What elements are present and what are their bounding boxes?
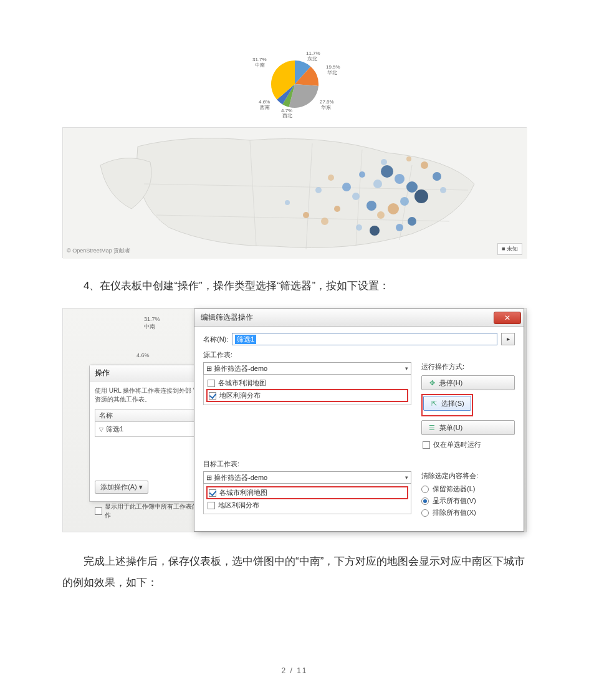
show-all-label: 显示用于此工作簿中所有工作表的操作 xyxy=(105,502,207,520)
src-item-label: 地区利润分布 xyxy=(219,391,261,400)
hover-icon: ✥ xyxy=(428,379,436,387)
svg-point-19 xyxy=(433,172,441,181)
clear-selection-label: 清除选定内容将会: xyxy=(421,471,515,481)
svg-point-21 xyxy=(328,175,334,181)
src-item-citymap[interactable]: 各城市利润地图 xyxy=(206,377,408,389)
pie-label-huadong-pct: 27.8% xyxy=(320,99,334,105)
run-hover-label: 悬停(H) xyxy=(439,378,462,388)
run-select-label: 选择(S) xyxy=(441,399,464,408)
svg-point-7 xyxy=(388,203,399,214)
result-text: 完成上述操作后，保存仪表板，选中饼图中的“中南”，下方对应的地图会显示对应中南区… xyxy=(62,551,527,593)
step-4-text: 4、在仪表板中创建“操作”，操作类型选择“筛选器”，按如下设置： xyxy=(62,276,527,297)
chevron-down-icon: ▾ xyxy=(405,474,408,481)
page-sep: / xyxy=(290,666,293,675)
run-select-button[interactable]: ⇱ 选择(S) xyxy=(423,396,471,411)
svg-point-22 xyxy=(315,187,322,193)
name-dropdown-button[interactable]: ▸ xyxy=(501,333,515,345)
svg-point-15 xyxy=(396,224,403,231)
pie-label-dongbei-pct: 11.7% xyxy=(306,50,320,56)
target-sheets-label: 目标工作表: xyxy=(203,459,515,469)
radio-keep-label: 保留筛选器(L) xyxy=(433,484,475,494)
svg-point-6 xyxy=(400,197,409,206)
run-hover-button[interactable]: ✥ 悬停(H) xyxy=(421,375,515,390)
page-footer: 2 / 11 xyxy=(0,666,589,675)
map-attribution: © OpenStreetMap 贡献者 xyxy=(67,247,130,255)
svg-point-27 xyxy=(406,156,411,161)
actions-list-item[interactable]: ▽筛选1 选 xyxy=(95,422,207,437)
run-action-label: 运行操作方式: xyxy=(421,362,515,372)
radio[interactable] xyxy=(421,486,429,493)
bg-pie-pct: 31.7% xyxy=(144,316,160,322)
edit-filter-dialog: 编辑筛选器操作 ✕ 名称(N): 筛选1 ▸ 源工作表: ⊞ 操作筛选器-dem… xyxy=(194,309,524,532)
dialog-title: 编辑筛选器操作 xyxy=(201,312,253,323)
pie-label-xinan: 西南 xyxy=(260,105,270,110)
svg-point-18 xyxy=(421,161,428,169)
checkbox[interactable] xyxy=(208,380,215,387)
pie-label-dongbei: 东北 xyxy=(307,56,317,62)
select-icon: ⇱ xyxy=(430,400,438,408)
svg-point-11 xyxy=(342,183,351,191)
svg-point-3 xyxy=(373,180,382,188)
svg-point-12 xyxy=(334,206,340,212)
radio[interactable] xyxy=(421,509,429,517)
checkbox-checked[interactable] xyxy=(209,392,216,400)
menu-icon: ☰ xyxy=(428,424,436,432)
run-menu-label: 菜单(U) xyxy=(439,423,462,433)
pie-chart: 11.7% 东北 19.5% 华北 27.8% 华东 4.7% 西北 4.6% … xyxy=(62,50,527,121)
radio-exclude[interactable]: 排除所有值(X) xyxy=(421,507,515,519)
actions-list-header: 名称 xyxy=(95,409,207,422)
tgt-item-label: 地区利润分布 xyxy=(218,501,259,510)
svg-point-16 xyxy=(370,226,380,236)
single-select-label: 仅在单选时运行 xyxy=(433,440,481,449)
source-sheet-list: 各城市利润地图 地区利润分布 xyxy=(203,375,411,405)
actions-hint: 使用 URL 操作将工作表连接到外部 Web 资源的其他工作表。 xyxy=(95,386,207,404)
radio-show-label: 显示所有值(V) xyxy=(433,496,476,506)
page-total: 11 xyxy=(297,666,307,675)
svg-point-4 xyxy=(406,181,418,193)
dialog-screenshot: 31.7% 中南 4.6% 操作 使用 URL 操作将工作表连接到外部 Web … xyxy=(62,308,527,532)
radio-show-all[interactable]: 显示所有值(V) xyxy=(421,495,515,507)
svg-point-25 xyxy=(359,171,365,178)
china-map: © OpenStreetMap 贡献者 ■ 未知 xyxy=(62,127,527,258)
svg-point-26 xyxy=(381,159,387,165)
pie-label-xinan-pct: 4.6% xyxy=(259,99,270,105)
source-combo-value: ⊞ 操作筛选器-demo xyxy=(206,364,267,373)
filter-icon: ▽ xyxy=(99,426,103,433)
add-action-button[interactable]: 添加操作(A) ▾ xyxy=(95,481,148,494)
radio-exclude-label: 排除所有值(X) xyxy=(433,508,476,517)
pie-label-huadong: 华东 xyxy=(321,105,331,110)
svg-point-17 xyxy=(356,224,362,231)
pie-label-zhongnan-pct: 31.7% xyxy=(252,57,267,62)
single-select-checkbox[interactable] xyxy=(423,441,430,449)
checkbox-checked[interactable] xyxy=(209,489,216,497)
src-item-region[interactable]: 地区利润分布 xyxy=(206,389,408,402)
svg-point-5 xyxy=(414,189,428,203)
svg-point-9 xyxy=(366,201,376,211)
svg-point-1 xyxy=(381,165,393,178)
name-input[interactable]: 筛选1 xyxy=(232,333,497,345)
tgt-item-region[interactable]: 地区利润分布 xyxy=(206,499,408,511)
checkbox[interactable] xyxy=(208,502,215,509)
close-button[interactable]: ✕ xyxy=(494,312,521,324)
src-item-label: 各城市利润地图 xyxy=(218,378,266,388)
tgt-item-label: 各城市利润地图 xyxy=(219,488,267,497)
svg-point-20 xyxy=(440,187,446,193)
pie-label-huabei-pct: 19.5% xyxy=(326,64,340,70)
svg-point-14 xyxy=(408,217,416,226)
source-combo[interactable]: ⊞ 操作筛选器-demo ▾ xyxy=(203,362,411,375)
pie-label-zhongnan: 中南 xyxy=(255,62,265,68)
radio-selected[interactable] xyxy=(421,497,429,505)
radio-keep[interactable]: 保留筛选器(L) xyxy=(421,483,515,495)
svg-point-24 xyxy=(285,200,290,205)
action-name: 筛选1 xyxy=(106,425,123,433)
tgt-item-citymap[interactable]: 各城市利润地图 xyxy=(206,486,408,499)
name-label: 名称(N): xyxy=(203,335,228,344)
name-input-value: 筛选1 xyxy=(235,335,256,344)
target-sheet-list: 各城市利润地图 地区利润分布 xyxy=(203,484,411,514)
target-combo[interactable]: ⊞ 操作筛选器-demo ▾ xyxy=(203,471,411,484)
bg-pie-pct2: 4.6% xyxy=(136,352,150,358)
pie-label-huabei: 华北 xyxy=(327,70,337,75)
show-all-checkbox[interactable] xyxy=(95,507,102,515)
run-menu-button[interactable]: ☰ 菜单(U) xyxy=(421,420,515,435)
bg-pie-name: 中南 xyxy=(144,323,155,331)
